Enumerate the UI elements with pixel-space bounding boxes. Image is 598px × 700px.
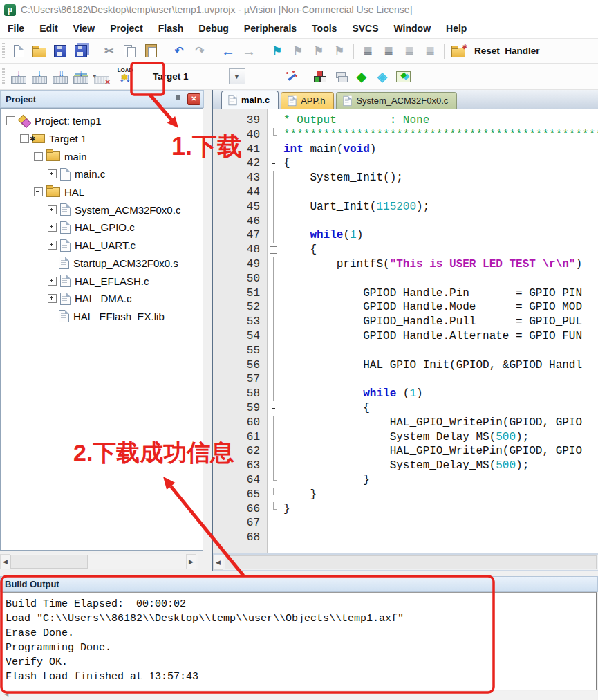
uncomment-selection-button[interactable]: ≣ xyxy=(420,42,440,61)
menu-edit[interactable]: Edit xyxy=(32,19,65,38)
menu-tools[interactable]: Tools xyxy=(304,19,344,38)
cut-button[interactable]: ✂ xyxy=(99,42,120,61)
menu-help[interactable]: Help xyxy=(438,19,474,38)
title-bar: µ C:\Users\86182\Desktop\temp\user\temp1… xyxy=(0,0,598,19)
new-file-button[interactable] xyxy=(8,42,29,61)
menu-project[interactable]: Project xyxy=(102,19,150,38)
close-panel-button[interactable]: ✕ xyxy=(187,93,200,105)
tree-item[interactable]: HAL_EFlash_EX.lib xyxy=(1,308,203,326)
code-editor[interactable]: 39* Output : None40*********************… xyxy=(213,109,598,553)
tree-item[interactable]: Target 1 xyxy=(1,130,203,148)
collapse-icon[interactable] xyxy=(34,187,43,196)
clear-bookmarks-button[interactable]: ⚑ xyxy=(329,42,350,61)
file-icon xyxy=(59,310,69,322)
tree-item[interactable]: System_ACM32F0x0.c xyxy=(1,201,203,219)
save-all-button[interactable] xyxy=(71,42,91,61)
expand-icon[interactable] xyxy=(48,223,57,232)
code-line: 55 xyxy=(213,344,598,358)
code-line: 44 xyxy=(213,185,598,200)
scroll-thumb[interactable] xyxy=(225,555,597,569)
manage-project-items-button[interactable] xyxy=(310,67,330,86)
redo-button[interactable]: ↷ xyxy=(189,42,210,61)
paste-button[interactable] xyxy=(140,42,161,61)
code-line: 57 xyxy=(213,372,598,387)
collapse-icon[interactable] xyxy=(20,134,29,143)
navigate-forward-button[interactable]: → xyxy=(239,42,259,61)
navigate-back-button[interactable]: ← xyxy=(218,42,239,61)
copy-button[interactable] xyxy=(120,42,140,61)
toolbar-separator xyxy=(444,44,445,59)
prev-bookmark-button[interactable]: ⚑ xyxy=(288,42,308,61)
current-function-icon: ✱ xyxy=(448,42,469,61)
options-for-target-button[interactable] xyxy=(281,67,302,86)
save-button[interactable] xyxy=(50,42,71,61)
menu-debug[interactable]: Debug xyxy=(191,19,236,38)
indent-button[interactable]: ≣ xyxy=(378,42,399,61)
panel-splitter[interactable] xyxy=(204,90,212,571)
menu-flash[interactable]: Flash xyxy=(151,19,191,38)
menu-file[interactable]: File xyxy=(0,19,32,38)
expand-icon[interactable] xyxy=(48,277,57,286)
collapse-icon[interactable] xyxy=(6,116,15,125)
build-output-line: Programming Done. xyxy=(6,641,596,655)
target-select-combo[interactable]: Target 1 ▼ xyxy=(146,68,281,84)
open-project-button[interactable] xyxy=(29,42,50,61)
tree-item[interactable]: Project: temp1 xyxy=(1,112,203,130)
fold-collapse-icon[interactable] xyxy=(270,246,277,254)
tab-main.c[interactable]: main.c xyxy=(221,91,279,109)
toolbar-separator xyxy=(306,69,306,84)
tree-item[interactable]: main xyxy=(1,147,203,165)
build-target-button[interactable]: ↓ xyxy=(29,67,50,86)
unindent-button[interactable]: ≣ xyxy=(357,42,378,61)
project-horizontal-scrollbar[interactable]: ◀ ▶ xyxy=(0,554,198,569)
comment-selection-button[interactable]: ≣ xyxy=(399,42,420,61)
tree-item[interactable]: main.c xyxy=(1,165,203,183)
tab-System_ACM32F0x0.c[interactable]: System_ACM32F0x0.c xyxy=(336,92,457,109)
code-line: 61 System_Delay_MS(500); xyxy=(213,430,598,445)
run-time-environment-button[interactable]: ◆ xyxy=(351,67,372,86)
next-bookmark-button[interactable]: ⚑ xyxy=(308,42,329,61)
expand-icon[interactable] xyxy=(48,294,57,303)
tree-item[interactable]: HAL xyxy=(1,183,203,201)
menu-window[interactable]: Window xyxy=(386,19,439,38)
tree-item[interactable]: HAL_UART.c xyxy=(1,237,203,255)
scroll-left-button[interactable]: ◀ xyxy=(0,554,10,569)
uvision-window: µ C:\Users\86182\Desktop\temp\user\temp1… xyxy=(0,0,598,700)
editor-horizontal-scrollbar[interactable]: ◀ xyxy=(213,555,598,570)
tab-APP.h[interactable]: APP.h xyxy=(281,92,334,109)
toolbar-separator xyxy=(165,44,165,59)
expand-icon[interactable] xyxy=(48,169,57,178)
menu-view[interactable]: View xyxy=(66,19,103,38)
undo-button[interactable]: ↶ xyxy=(169,42,189,61)
fold-collapse-icon[interactable] xyxy=(270,405,277,412)
project-panel-title: Project xyxy=(6,94,174,104)
target-dropdown-button[interactable]: ▼ xyxy=(229,68,245,84)
rebuild-all-button[interactable]: ↓↓ xyxy=(50,67,71,86)
build-output-scroll-strip[interactable]: ◀ xyxy=(1,691,597,700)
expand-icon[interactable] xyxy=(48,205,57,214)
translate-file-button[interactable]: ↓ xyxy=(8,67,29,86)
menu-svcs[interactable]: SVCS xyxy=(344,19,386,38)
tree-item-label: Project: temp1 xyxy=(35,115,102,127)
scroll-left-button[interactable]: ◀ xyxy=(213,555,223,570)
toggle-bookmark-button[interactable]: ⚑ xyxy=(267,42,288,61)
scroll-thumb[interactable] xyxy=(10,555,88,569)
toolbar-grip xyxy=(2,68,5,85)
tree-item[interactable]: HAL_GPIO.c xyxy=(1,219,203,237)
expand-icon[interactable] xyxy=(48,241,57,250)
select-software-packs-button[interactable]: ◈ xyxy=(372,67,393,86)
manage-books-button[interactable] xyxy=(330,67,351,86)
tree-item[interactable]: Startup_ACM32F0x0.s xyxy=(1,255,203,273)
fold-collapse-icon[interactable] xyxy=(270,160,277,167)
collapse-icon[interactable] xyxy=(34,152,43,161)
tree-item[interactable]: HAL_DMA.c xyxy=(1,290,203,308)
file-icon xyxy=(344,95,352,105)
stop-build-button[interactable]: ✕ xyxy=(91,67,112,86)
pin-icon[interactable] xyxy=(174,94,183,104)
download-button[interactable]: LOAD✱↓↓ xyxy=(112,67,138,86)
pack-installer-button[interactable]: ◆ xyxy=(393,67,413,86)
batch-build-menu-button[interactable]: ↓▾ xyxy=(71,67,91,86)
tree-item[interactable]: HAL_EFLASH.c xyxy=(1,272,203,290)
scroll-right-button[interactable]: ▶ xyxy=(186,554,196,569)
menu-peripherals[interactable]: Peripherals xyxy=(236,19,304,38)
